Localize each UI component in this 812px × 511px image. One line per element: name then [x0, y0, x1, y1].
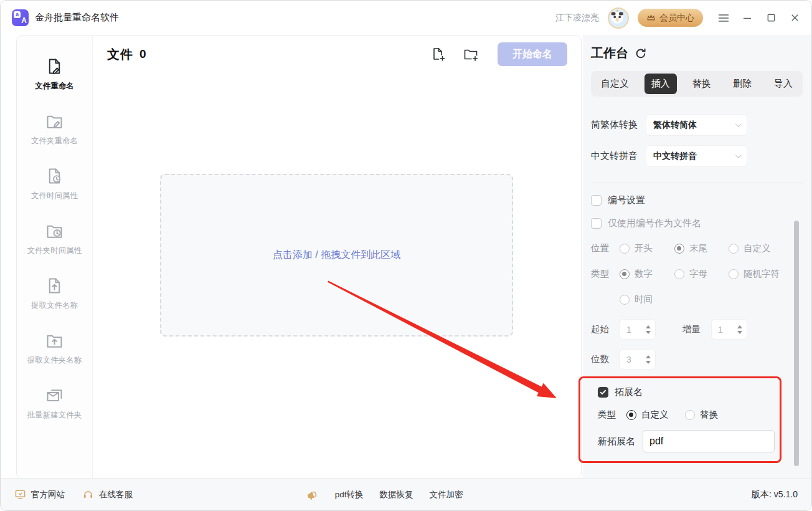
type-option-number[interactable]: 数字 — [620, 268, 674, 280]
minimize-button[interactable] — [742, 12, 753, 24]
promo-pdf-converter[interactable]: pdf转换 — [335, 489, 364, 500]
workbench-tabs: 自定义 插入 替换 删除 导入 — [591, 71, 803, 97]
sidebar-item-file-time[interactable]: 文件时间属性 — [17, 156, 92, 211]
extension-enable-checkbox[interactable]: 拓展名 — [598, 386, 780, 398]
app-logo-icon: a A — [12, 9, 29, 26]
new-extension-input[interactable] — [643, 430, 775, 452]
menu-icon[interactable] — [718, 12, 729, 24]
ext-type-option-replace[interactable]: 替换 — [685, 409, 718, 421]
only-number-checkbox[interactable]: 仅使用编号作为文件名 — [591, 217, 803, 229]
chevron-down-icon — [735, 152, 742, 158]
sidebar-item-extract-file-name[interactable]: 提取文件名称 — [17, 266, 92, 321]
type-option-random[interactable]: 随机字符 — [729, 268, 780, 280]
digits-label: 位数 — [591, 353, 620, 365]
app-window: a A 金舟批量重命名软件 江下凌漂亮 会 — [0, 0, 812, 511]
maximize-button[interactable] — [765, 12, 777, 24]
version-label: 版本: v5.1.0 — [752, 489, 798, 500]
title-bar: a A 金舟批量重命名软件 江下凌漂亮 会 — [1, 1, 811, 35]
section-divider — [591, 183, 803, 183]
simp-trad-select[interactable]: 繁体转简体 — [646, 114, 747, 136]
tab-import[interactable]: 导入 — [767, 74, 800, 94]
file-count: 0 — [139, 47, 146, 61]
crown-icon — [646, 14, 656, 22]
radio-icon — [674, 269, 684, 279]
workbench-title: 工作台 — [591, 45, 628, 62]
pinyin-select[interactable]: 中文转拼音 — [646, 145, 747, 167]
file-plus-icon — [430, 46, 446, 62]
official-site-link[interactable]: 官方网站 — [14, 489, 65, 500]
increment-stepper[interactable]: 1 — [711, 319, 747, 340]
monitor-icon — [14, 489, 26, 500]
sidebar-item-label: 提取文件夹名称 — [27, 355, 82, 366]
member-center-button[interactable]: 会员中心 — [638, 9, 703, 27]
add-file-button[interactable] — [429, 45, 448, 64]
start-rename-button[interactable]: 开始命名 — [498, 42, 567, 66]
radio-icon — [620, 244, 630, 254]
file-list-area: 文件 0 — [93, 36, 581, 479]
stepper-arrows-icon[interactable] — [646, 355, 651, 364]
start-number-stepper[interactable]: 1 — [620, 319, 656, 340]
user-avatar[interactable] — [608, 7, 629, 29]
promo-data-recovery[interactable]: 数据恢复 — [380, 489, 413, 500]
radio-icon — [620, 295, 630, 305]
radio-icon — [674, 244, 684, 254]
extension-section-highlight: 拓展名 类型 自定义 替换 新拓展名 — [578, 376, 781, 463]
folder-extract-icon — [45, 331, 64, 350]
extension-type-label: 类型 — [598, 409, 626, 421]
footer-bar: 官方网站 在线客服 pdf转换 数据恢复 文件加密 — [1, 478, 811, 510]
radio-icon — [685, 410, 695, 420]
folder-rename-icon — [45, 112, 64, 131]
checkbox-icon — [591, 218, 602, 229]
file-time-icon — [45, 166, 64, 186]
new-extension-label: 新拓展名 — [598, 436, 635, 447]
folder-time-icon — [45, 221, 64, 241]
sidebar-item-folder-time[interactable]: 文件夹时间属性 — [17, 211, 92, 266]
sidebar-item-label: 文件重命名 — [35, 81, 74, 92]
increment-label: 增量 — [682, 323, 711, 335]
number-type-label: 类型 — [591, 268, 620, 280]
main-card: 文件重命名 文件夹重命名 文件时间属性 — [16, 35, 582, 479]
close-button[interactable] — [789, 12, 800, 24]
file-extract-icon — [45, 276, 64, 295]
promo-file-encrypt[interactable]: 文件加密 — [430, 489, 463, 500]
digits-stepper[interactable]: 3 — [620, 349, 656, 370]
sidebar-item-file-rename[interactable]: 文件重命名 — [17, 47, 92, 102]
sidebar-item-label: 提取文件名称 — [31, 300, 78, 311]
tab-delete[interactable]: 删除 — [726, 74, 758, 94]
sidebar: 文件重命名 文件夹重命名 文件时间属性 — [17, 36, 93, 479]
chevron-down-icon — [735, 121, 742, 127]
radio-icon — [729, 244, 739, 254]
type-option-letter[interactable]: 字母 — [674, 268, 729, 280]
megaphone-icon — [305, 488, 319, 502]
radio-icon — [620, 269, 630, 279]
position-option-start[interactable]: 开头 — [620, 242, 674, 254]
radio-icon — [729, 269, 739, 279]
stepper-arrows-icon[interactable] — [646, 325, 651, 334]
position-label: 位置 — [591, 242, 620, 254]
folder-plus-icon — [463, 46, 479, 62]
page-title: 文件 — [107, 46, 133, 63]
workbench-scrollbar[interactable] — [794, 221, 799, 466]
tab-custom[interactable]: 自定义 — [594, 74, 636, 94]
simp-trad-label: 简繁体转换 — [591, 119, 638, 131]
position-option-custom[interactable]: 自定义 — [729, 242, 771, 254]
file-dropzone[interactable]: 点击添加 / 拖拽文件到此区域 — [160, 174, 513, 337]
add-folder-button[interactable] — [461, 45, 480, 64]
ext-type-option-custom[interactable]: 自定义 — [626, 409, 685, 421]
batch-new-folder-icon — [45, 386, 64, 405]
sidebar-item-batch-new-folder[interactable]: 批量新建文件夹 — [17, 376, 92, 431]
tab-insert[interactable]: 插入 — [644, 74, 677, 94]
numbering-enable-checkbox[interactable]: 编号设置 — [591, 194, 803, 206]
online-support-link[interactable]: 在线客服 — [82, 489, 133, 500]
type-option-time[interactable]: 时间 — [620, 294, 653, 305]
position-option-end[interactable]: 末尾 — [674, 242, 729, 254]
sidebar-item-folder-rename[interactable]: 文件夹重命名 — [17, 102, 92, 156]
stepper-arrows-icon[interactable] — [737, 325, 742, 334]
app-title: 金舟批量重命名软件 — [35, 12, 119, 24]
radio-icon — [626, 410, 636, 420]
tab-replace[interactable]: 替换 — [686, 74, 718, 94]
sidebar-item-label: 文件时间属性 — [31, 191, 78, 201]
refresh-icon[interactable] — [635, 47, 647, 60]
sidebar-item-extract-folder-name[interactable]: 提取文件夹名称 — [17, 321, 92, 376]
username-label: 江下凌漂亮 — [555, 12, 599, 24]
